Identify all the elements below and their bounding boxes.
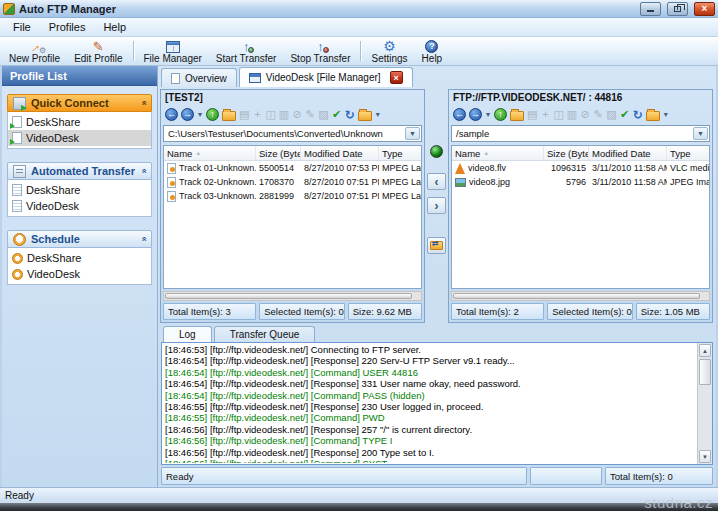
rename-icon[interactable]: ✎ — [305, 108, 315, 122]
file-row[interactable]: video8.flv 1096315 3/11/2010 11:58 AM VL… — [452, 161, 709, 175]
local-path-combobox[interactable]: C:\Users\Testuser\Documents\Converted\Un… — [163, 125, 422, 142]
new-file-icon[interactable]: ▤ — [239, 108, 249, 122]
local-horizontal-scrollbar[interactable] — [163, 291, 422, 301]
column-header-name[interactable]: Name▲ — [452, 146, 544, 160]
restore-button[interactable] — [667, 2, 688, 16]
new-folder-icon[interactable] — [222, 111, 236, 121]
settings-button[interactable]: ⚙ Settings — [364, 38, 414, 64]
properties-icon[interactable]: ▨ — [318, 108, 328, 122]
file-row[interactable]: video8.jpg 5796 3/11/2010 11:58 AM JPEG … — [452, 175, 709, 189]
folder-view-icon[interactable] — [358, 111, 372, 121]
automated-transfer-profile-item[interactable]: DeskShare — [8, 182, 151, 198]
quick-connect-profile-item[interactable]: DeskShare — [8, 114, 151, 130]
profile-doc-icon — [12, 184, 22, 196]
remote-horizontal-scrollbar[interactable] — [451, 291, 710, 301]
file-row[interactable]: Track 01-Unknown.mp3 5500514 8/27/2010 0… — [164, 161, 421, 175]
dropdown-arrow-icon[interactable]: ▼ — [405, 127, 420, 140]
select-all-icon[interactable]: ✔ — [620, 108, 630, 122]
scrollbar-thumb[interactable] — [165, 293, 412, 299]
paste-icon[interactable]: ▥ — [567, 108, 577, 122]
folder-view-dropdown-icon[interactable]: ▾ — [375, 108, 381, 122]
tab-file-manager[interactable]: VideoDesk [File Manager] × — [239, 67, 413, 87]
move-icon[interactable]: + — [540, 108, 550, 122]
collapse-chevron-icon[interactable]: » — [138, 100, 148, 105]
column-header-type[interactable]: Type — [667, 146, 710, 160]
schedule-profile-item[interactable]: VideoDesk — [8, 266, 151, 282]
folder-view-dropdown-icon[interactable]: ▾ — [663, 108, 669, 122]
forward-icon[interactable]: → — [181, 108, 194, 121]
back-icon[interactable]: ← — [453, 108, 466, 121]
menu-profiles[interactable]: Profiles — [40, 19, 95, 35]
overview-page-icon — [171, 73, 180, 84]
scrollbar-thumb[interactable] — [453, 293, 700, 299]
up-icon[interactable]: ↑ — [206, 108, 219, 121]
column-header-modified[interactable]: Modified Date — [589, 146, 667, 160]
history-dropdown-icon[interactable]: ▾ — [197, 108, 203, 122]
select-all-icon[interactable]: ✔ — [332, 108, 342, 122]
copy-icon[interactable]: ◫ — [265, 108, 275, 122]
toolbar-separator — [133, 41, 134, 61]
scroll-down-icon[interactable]: ▼ — [699, 450, 711, 463]
tab-transfer-queue[interactable]: Transfer Queue — [214, 326, 316, 342]
help-button[interactable]: ? Help — [415, 38, 450, 64]
quick-connect-header[interactable]: Quick Connect » — [7, 94, 152, 112]
back-icon[interactable]: ← — [165, 108, 178, 121]
stop-transfer-button[interactable]: ↑ Stop Transfer — [283, 38, 357, 64]
settings-gear-icon: ⚙ — [383, 39, 396, 53]
automated-transfer-profile-item[interactable]: VideoDesk — [8, 198, 151, 214]
edit-profile-button[interactable]: ✎ Edit Profile — [67, 38, 129, 64]
schedule-profile-item[interactable]: DeskShare — [8, 250, 151, 266]
log-vertical-scrollbar[interactable]: ▲ ▼ — [697, 343, 712, 464]
start-transfer-button[interactable]: ↑ Start Transfer — [209, 38, 284, 64]
close-button[interactable]: × — [694, 2, 715, 16]
collapse-chevron-icon[interactable]: » — [138, 236, 148, 241]
transfer-to-local-button[interactable]: ‹ — [427, 173, 446, 190]
column-header-size[interactable]: Size (Bytes) — [256, 146, 301, 160]
dropdown-arrow-icon[interactable]: ▼ — [693, 127, 708, 140]
transfer-to-remote-button[interactable]: › — [427, 197, 446, 214]
paste-icon[interactable]: ▥ — [279, 108, 289, 122]
delete-icon[interactable]: ⊘ — [292, 108, 302, 122]
log-content: [18:46:53] [ftp://ftp.videodesk.net/] Co… — [165, 344, 696, 463]
tab-overview[interactable]: Overview — [161, 68, 237, 87]
delete-icon[interactable]: ⊘ — [580, 108, 590, 122]
forward-icon[interactable]: → — [469, 108, 482, 121]
history-dropdown-icon[interactable]: ▾ — [485, 108, 491, 122]
column-header-name[interactable]: Name▲ — [164, 146, 256, 160]
remote-path-combobox[interactable]: /sample ▼ — [451, 125, 710, 142]
column-header-type[interactable]: Type — [379, 146, 422, 160]
column-header-modified[interactable]: Modified Date — [301, 146, 379, 160]
rename-icon[interactable]: ✎ — [593, 108, 603, 122]
remote-panel: FTP://FTP.VIDEODESK.NET/ : 44816 ← → ▾ ↑ — [448, 89, 713, 323]
file-row[interactable]: Track 03-Unknown.mp3 2881999 8/27/2010 0… — [164, 189, 421, 203]
refresh-icon[interactable]: ↻ — [633, 108, 643, 122]
folder-view-icon[interactable] — [646, 111, 660, 121]
new-file-icon[interactable]: ▤ — [527, 108, 537, 122]
menu-file[interactable]: File — [4, 19, 40, 35]
properties-icon[interactable]: ▨ — [606, 108, 616, 122]
log-line: [18:46:54] [ftp://ftp.videodesk.net/] [R… — [165, 378, 696, 389]
quick-connect-profile-item[interactable]: VideoDesk — [8, 130, 151, 146]
menu-help[interactable]: Help — [94, 19, 135, 35]
tab-close-button[interactable]: × — [390, 71, 403, 84]
automated-transfer-header[interactable]: Automated Transfer » — [7, 162, 152, 180]
profile-doc-icon — [12, 132, 22, 144]
sync-folders-button[interactable] — [427, 237, 446, 254]
scroll-up-icon[interactable]: ▲ — [699, 344, 711, 357]
up-icon[interactable]: ↑ — [494, 108, 507, 121]
copy-icon[interactable]: ◫ — [553, 108, 563, 122]
connection-status-led — [430, 145, 443, 158]
collapse-chevron-icon[interactable]: » — [138, 168, 148, 173]
new-profile-button[interactable]: →⚙ New Profile — [2, 38, 67, 64]
column-header-size[interactable]: Size (Bytes) — [544, 146, 589, 160]
schedule-header[interactable]: Schedule » — [7, 230, 152, 248]
scrollbar-thumb[interactable] — [699, 359, 711, 385]
file-row[interactable]: Track 02-Unknown.mp3 1708370 8/27/2010 0… — [164, 175, 421, 189]
minimize-button[interactable] — [640, 2, 661, 16]
tab-log[interactable]: Log — [163, 326, 212, 342]
profile-doc-icon — [12, 200, 22, 212]
new-folder-icon[interactable] — [510, 111, 524, 121]
move-icon[interactable]: + — [252, 108, 262, 122]
file-manager-button[interactable]: File Manager — [137, 38, 209, 64]
refresh-icon[interactable]: ↻ — [345, 108, 355, 122]
